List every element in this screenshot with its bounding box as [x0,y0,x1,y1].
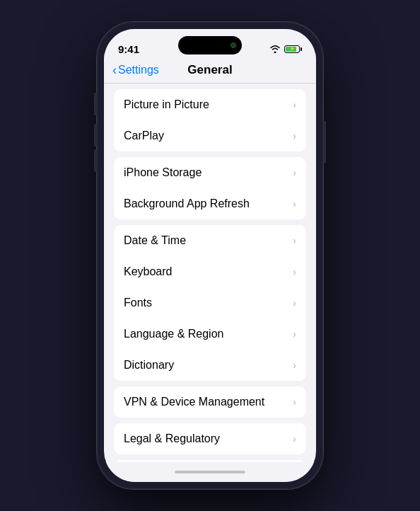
list-item-dictionary[interactable]: Dictionary › [114,350,306,381]
iphone-storage-label: iPhone Storage [124,166,287,179]
dynamic-island-camera [231,42,236,48]
language-region-label: Language & Region [124,328,287,340]
page-title: General [187,63,232,77]
status-icons: ⚡ [269,45,302,53]
background-app-refresh-label: Background App Refresh [124,197,287,210]
chevron-right-icon: › [293,297,296,309]
list-item-carplay[interactable]: CarPlay › [114,120,306,151]
navigation-bar: ‹ Settings General [104,60,316,84]
dynamic-island [178,36,242,54]
back-label: Settings [118,64,159,76]
picture-in-picture-label: Picture in Picture [124,98,287,111]
section-legal: Legal & Regulatory › [114,423,306,454]
home-indicator [104,462,316,482]
chevron-right-icon: › [293,198,296,209]
wifi-icon [269,45,281,53]
chevron-right-icon: › [293,167,296,178]
chevron-right-icon: › [293,396,296,408]
legal-regulatory-label: Legal & Regulatory [124,432,287,445]
phone-screen: 9:41 ⚡ [104,29,316,482]
list-item-iphone-storage[interactable]: iPhone Storage › [114,157,306,188]
section-transfer-shutdown: Transfer or Reset iPhone › Shut Down [114,460,306,462]
battery-icon: ⚡ [284,45,302,53]
date-time-label: Date & Time [124,234,287,247]
chevron-right-icon: › [293,266,296,277]
dictionary-label: Dictionary [124,359,287,372]
section-vpn: VPN & Device Management › [114,386,306,418]
back-chevron-icon: ‹ [112,64,117,76]
back-button[interactable]: ‹ Settings [112,64,159,76]
fonts-label: Fonts [124,297,287,309]
home-bar [175,471,245,473]
carplay-label: CarPlay [124,130,287,142]
list-item-fonts[interactable]: Fonts › [114,287,306,318]
vpn-label: VPN & Device Management [124,396,287,408]
section-storage-refresh: iPhone Storage › Background App Refresh … [114,157,306,219]
list-item-transfer-reset[interactable]: Transfer or Reset iPhone › [114,460,306,462]
list-item-vpn[interactable]: VPN & Device Management › [114,386,306,418]
list-item-background-app-refresh[interactable]: Background App Refresh › [114,188,306,219]
list-item-date-time[interactable]: Date & Time › [114,225,306,256]
list-item-language-region[interactable]: Language & Region › [114,318,306,350]
chevron-right-icon: › [293,99,296,110]
status-time: 9:41 [118,43,139,55]
section-picture-carplay: Picture in Picture › CarPlay › [114,89,306,151]
list-item-keyboard[interactable]: Keyboard › [114,256,306,287]
chevron-right-icon: › [293,360,296,371]
phone-device: 9:41 ⚡ [97,22,323,489]
settings-content[interactable]: Picture in Picture › CarPlay › iPhone St… [104,84,316,462]
chevron-right-icon: › [293,433,296,444]
list-item-legal[interactable]: Legal & Regulatory › [114,423,306,454]
list-item-picture-in-picture[interactable]: Picture in Picture › [114,89,306,120]
battery-bolt: ⚡ [289,46,296,52]
battery-tip [301,47,302,51]
section-date-dictionary: Date & Time › Keyboard › Fonts › Languag… [114,225,306,381]
keyboard-label: Keyboard [124,265,287,278]
chevron-right-icon: › [293,235,296,246]
chevron-right-icon: › [293,130,296,142]
chevron-right-icon: › [293,328,296,340]
status-bar: 9:41 ⚡ [104,29,316,60]
